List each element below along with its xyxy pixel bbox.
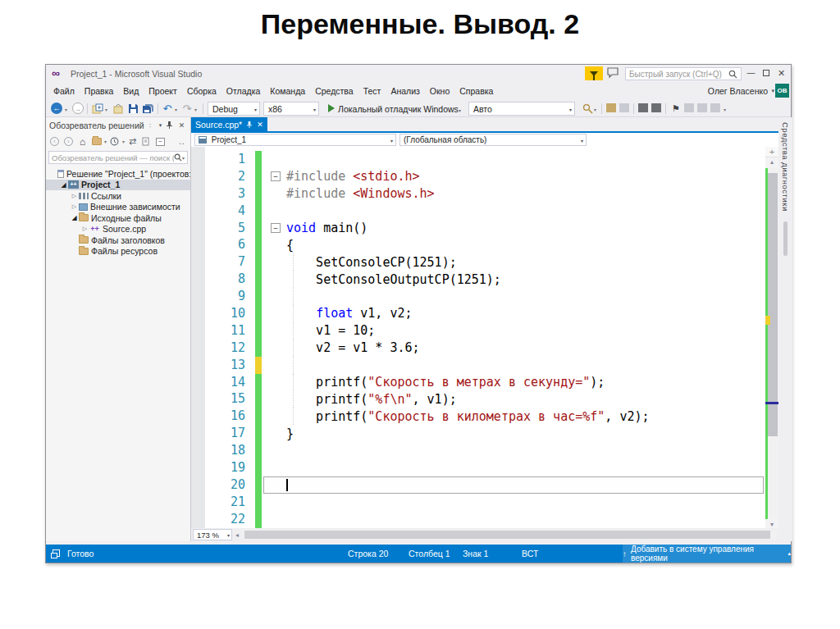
switch-views-dropdown-icon[interactable]: ▾	[104, 139, 107, 144]
code-line-10[interactable]: 10 float v1, v2;	[191, 305, 765, 322]
menu-item-10[interactable]: Анализ	[386, 83, 424, 98]
notifications-filter-icon[interactable]	[585, 66, 603, 80]
fold-collapse-icon[interactable]: −	[271, 223, 281, 233]
tree-item-8[interactable]: Файлы ресурсов	[46, 246, 190, 258]
scrollbar-thumb[interactable]	[768, 173, 778, 436]
split-editor-handle[interactable]: +	[765, 147, 778, 157]
home-icon[interactable]: ⌂	[76, 135, 89, 148]
zoom-combo[interactable]: 173 %▾	[193, 529, 232, 540]
configuration-combo[interactable]: Debug▾	[208, 102, 260, 116]
code-line-4[interactable]: 4	[191, 203, 765, 220]
tree-item-3[interactable]: ▷Ссылки	[46, 190, 190, 202]
indent-increase-icon[interactable]	[651, 103, 661, 112]
vertical-scrollbar[interactable]: + ▴ ▾	[765, 147, 778, 528]
pending-changes-dropdown-icon[interactable]: ▾	[122, 139, 125, 144]
tree-item-4[interactable]: ▷Внешние зависимости	[46, 202, 190, 213]
code-line-12[interactable]: 12 v2 = v1 * 3.6;	[191, 340, 765, 357]
pending-changes-filter-icon[interactable]	[108, 135, 121, 148]
maximize-button[interactable]	[759, 66, 773, 80]
code-line-14[interactable]: 14 printf("Скорость в метрах в секунду="…	[191, 374, 765, 391]
menu-item-3[interactable]: Вид	[118, 83, 144, 98]
scrollbar-track[interactable]	[765, 168, 778, 519]
undo-dropdown-icon[interactable]: ▾	[175, 107, 177, 112]
save-icon[interactable]	[126, 102, 139, 115]
tree-expander-icon[interactable]: ▷	[70, 193, 79, 199]
fold-collapse-icon[interactable]: −	[271, 171, 281, 181]
tree-item-7[interactable]: Файлы заголовков	[46, 235, 190, 246]
menu-item-9[interactable]: Тест	[358, 83, 386, 98]
nav-project-combo[interactable]: Project_1▾	[194, 134, 396, 146]
collapse-all-icon[interactable]: −	[154, 135, 167, 148]
code-line-21[interactable]: 21	[191, 494, 765, 511]
platform-combo[interactable]: x86▾	[263, 102, 319, 116]
code-line-16[interactable]: 16 printf("Скорость в километрах в час=%…	[191, 408, 765, 425]
tab-close-icon[interactable]: ✕	[257, 121, 263, 129]
menu-item-5[interactable]: Сборка	[182, 83, 221, 98]
code-line-15[interactable]: 15 printf("%f\n", v1);	[191, 390, 765, 408]
menu-item-8[interactable]: Средства	[310, 83, 358, 98]
menu-item-11[interactable]: Окно	[425, 83, 454, 98]
navigate-forward-icon[interactable]: →	[71, 102, 84, 115]
tab-source-cpp[interactable]: Source.cpp* ✕	[191, 117, 267, 131]
menu-item-12[interactable]: Справка	[454, 83, 498, 98]
menu-item-6[interactable]: Отладка	[221, 83, 266, 98]
tab-diagnostic-tools[interactable]: Средства диагностики	[781, 122, 790, 212]
menu-item-7[interactable]: Команда	[265, 83, 310, 98]
switch-views-icon[interactable]	[90, 135, 103, 148]
user-dropdown-icon[interactable]: ▾	[771, 88, 774, 94]
code-line-5[interactable]: 5−void main()	[191, 220, 765, 237]
code-line-9[interactable]: 9	[191, 288, 765, 305]
signed-in-user[interactable]: Олег Власенко	[708, 86, 768, 96]
minimize-button[interactable]: —	[744, 66, 758, 80]
tree-item-6[interactable]: ▷++Source.cpp	[46, 224, 190, 235]
navigate-back-icon[interactable]: ←	[50, 102, 63, 115]
navigate-to-icon[interactable]	[606, 103, 616, 112]
code-line-20[interactable]: 20	[191, 476, 765, 494]
navigate-back-dropdown-icon[interactable]: ▾	[65, 107, 67, 112]
tree-item-5[interactable]: ◢Исходные файлы	[46, 212, 190, 224]
start-debug-dropdown-icon[interactable]: ▾	[459, 107, 461, 113]
code-line-1[interactable]: 1	[191, 151, 765, 168]
scroll-up-icon[interactable]: ▴	[765, 158, 778, 166]
nav-scope-combo[interactable]: (Глобальная область)▾	[399, 134, 587, 146]
window-position-dropdown-icon[interactable]: ▾	[155, 122, 166, 129]
toolbar-overflow-icon[interactable]: ▾	[724, 107, 726, 112]
quick-launch-search[interactable]: Быстрый запуск (Ctrl+Q)	[625, 67, 742, 80]
menu-item-2[interactable]: Правка	[80, 83, 118, 98]
code-line-11[interactable]: 11 v1 = 10;	[191, 322, 765, 340]
show-all-files-icon[interactable]	[140, 135, 153, 148]
new-project-dropdown-icon[interactable]: ▾	[105, 107, 107, 112]
code-line-22[interactable]: 22	[191, 511, 765, 528]
tree-item-2[interactable]: ◢++Project_1	[46, 180, 190, 191]
sync-with-active-document-icon[interactable]: ⇄	[126, 135, 139, 148]
solution-search-input[interactable]: Обозреватель решений — поиск (Ctrl+ ▾	[48, 151, 188, 164]
tree-item-1[interactable]: Решение "Project_1" (проектов: 1)	[46, 168, 190, 180]
bookmark-icon[interactable]: ⚑	[669, 102, 682, 115]
close-panel-icon[interactable]: ✕	[176, 121, 187, 130]
redo-dropdown-icon[interactable]: ▾	[194, 107, 197, 112]
code-analysis-dropdown-icon[interactable]: ▾	[594, 107, 596, 112]
horizontal-scrollbar-thumb[interactable]	[244, 531, 770, 539]
new-project-icon[interactable]	[91, 102, 104, 115]
search-options-dropdown-icon[interactable]: ▾	[182, 155, 185, 161]
menu-item-1[interactable]: Файл	[48, 83, 80, 98]
tree-expander-icon[interactable]: ◢	[59, 181, 68, 189]
code-line-13[interactable]: 13	[191, 357, 765, 374]
se-toolbar-overflow-icon[interactable]: ‥	[176, 135, 188, 148]
redo-icon[interactable]: ↷	[180, 102, 194, 115]
code-line-17[interactable]: 17}	[191, 425, 765, 442]
tree-expander-icon[interactable]: ▷	[70, 203, 79, 210]
code-line-7[interactable]: 7 SetConsoleCP(1251);	[191, 253, 765, 271]
horizontal-scrollbar[interactable]	[242, 530, 777, 540]
scroll-left-icon[interactable]: ◂	[232, 531, 242, 539]
indent-decrease-icon[interactable]	[638, 103, 648, 112]
code-line-8[interactable]: 8 SetConsoleOutputCP(1251);	[191, 271, 765, 288]
add-to-source-control-button[interactable]: ↑ Добавить в систему управления версиями…	[623, 545, 791, 563]
code-line-3[interactable]: 3#include <Windows.h>	[191, 185, 765, 203]
start-debug-label[interactable]: Локальный отладчик Windows	[338, 104, 459, 114]
tree-expander-icon[interactable]: ◢	[70, 214, 79, 221]
save-all-icon[interactable]	[141, 102, 154, 115]
tab-pin-icon[interactable]	[246, 121, 253, 129]
user-avatar[interactable]: ОВ	[775, 84, 789, 98]
code-line-18[interactable]: 18	[191, 442, 765, 459]
